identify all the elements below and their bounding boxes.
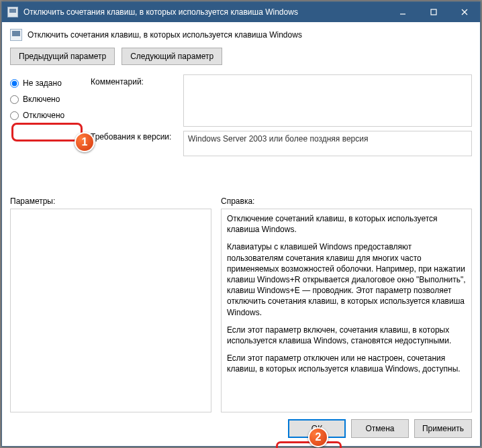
radio-not-configured-input[interactable] [10,79,19,88]
dialog-footer: ОК Отмена Применить [10,419,472,438]
close-button[interactable] [449,2,480,22]
field-labels: Комментарий: Требования к версии: [91,74,177,187]
params-column: Параметры: [10,197,211,412]
radio-not-configured-label: Не задано [23,78,62,88]
cancel-button[interactable]: Отмена [351,419,409,438]
help-label: Справка: [221,197,472,206]
field-values [183,74,472,187]
policy-name: Отключить сочетания клавиш, в которых ис… [28,30,302,40]
policy-header: Отключить сочетания клавиш, в которых ис… [10,29,472,41]
previous-setting-button[interactable]: Предыдущий параметр [10,48,115,65]
state-row: Не задано Включено Отключено Комментарий… [10,74,472,187]
window-controls [387,2,480,22]
comment-textarea[interactable] [183,74,472,127]
params-box[interactable] [10,209,211,412]
params-label: Параметры: [10,197,211,206]
help-paragraph: Если этот параметр включен, сочетания кл… [227,325,466,346]
annotation-highlight-2 [276,441,342,448]
comment-label: Комментарий: [91,77,177,87]
next-setting-button[interactable]: Следующий параметр [122,48,222,65]
help-box[interactable]: Отключение сочетаний клавиш, в которых и… [221,209,472,412]
radio-disabled-label: Отключено [23,111,64,120]
svg-rect-1 [431,9,436,15]
radio-enabled-label: Включено [23,95,60,104]
annotation-badge-2: 2 [308,427,328,447]
requirements-textarea [183,131,472,156]
radio-disabled[interactable]: Отключено [10,111,84,120]
state-radios: Не задано Включено Отключено [10,74,84,187]
help-paragraph: Отключение сочетаний клавиш, в которых и… [227,213,466,235]
help-paragraph: Клавиатуры с клавишей Windows предоставл… [227,241,466,317]
annotation-badge-1: 1 [75,132,95,152]
requirements-label: Требования к версии: [91,132,177,142]
radio-not-configured[interactable]: Не задано [10,78,84,88]
dialog-window: Отключить сочетания клавиш, в которых ис… [1,1,481,447]
radio-enabled[interactable]: Включено [10,95,84,104]
minimize-button[interactable] [387,2,418,22]
policy-icon [10,29,22,41]
apply-button[interactable]: Применить [414,419,472,438]
help-paragraph: Если этот параметр отключен или не настр… [227,353,466,374]
policy-icon [7,7,18,17]
window-title: Отключить сочетания клавиш, в которых ис… [23,7,387,17]
details-row: Параметры: Справка: Отключение сочетаний… [10,197,472,412]
dialog-content: Отключить сочетания клавиш, в которых ис… [2,22,480,446]
maximize-button[interactable] [418,2,449,22]
nav-buttons: Предыдущий параметр Следующий параметр [10,48,472,65]
help-column: Справка: Отключение сочетаний клавиш, в … [221,197,472,412]
titlebar: Отключить сочетания клавиш, в которых ис… [2,2,480,22]
radio-enabled-input[interactable] [10,95,19,104]
radio-disabled-input[interactable] [10,111,19,120]
